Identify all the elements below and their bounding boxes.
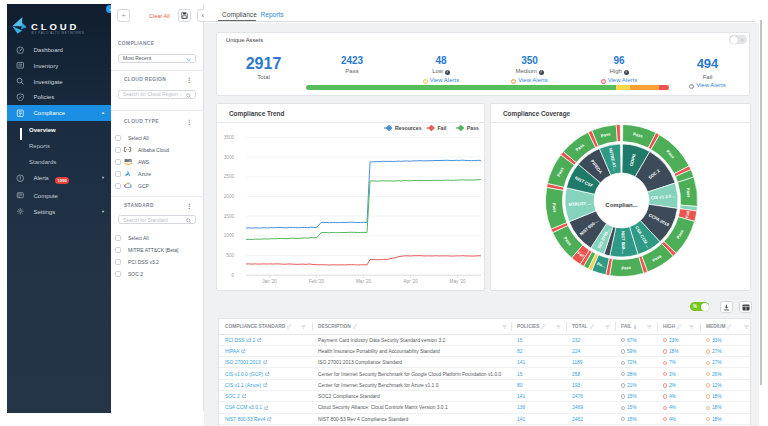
svg-text:aws: aws xyxy=(124,158,132,163)
svg-text:Apr '20: Apr '20 xyxy=(403,279,418,284)
svg-text:Pass: Pass xyxy=(467,125,479,131)
svg-text:Complian...: Complian... xyxy=(605,202,638,208)
svg-text:1000: 1000 xyxy=(224,233,235,238)
svg-text:Mar '20: Mar '20 xyxy=(356,279,372,284)
svg-text:Resources: Resources xyxy=(395,125,422,131)
svg-text:Fail: Fail xyxy=(437,125,446,131)
svg-text:May '20: May '20 xyxy=(450,279,466,284)
svg-text:0: 0 xyxy=(231,273,234,278)
svg-text:Feb '20: Feb '20 xyxy=(309,279,325,284)
svg-text:2500: 2500 xyxy=(224,174,235,179)
svg-text:Jan '20: Jan '20 xyxy=(262,279,277,284)
svg-text:3500: 3500 xyxy=(224,135,235,140)
svg-text:500: 500 xyxy=(226,253,234,258)
svg-text:Pass: Pass xyxy=(621,265,632,271)
svg-text:2000: 2000 xyxy=(224,194,235,199)
svg-text:3000: 3000 xyxy=(224,155,235,160)
svg-text:NIST 800-...: NIST 800-... xyxy=(620,231,626,254)
svg-text:1500: 1500 xyxy=(224,214,235,219)
